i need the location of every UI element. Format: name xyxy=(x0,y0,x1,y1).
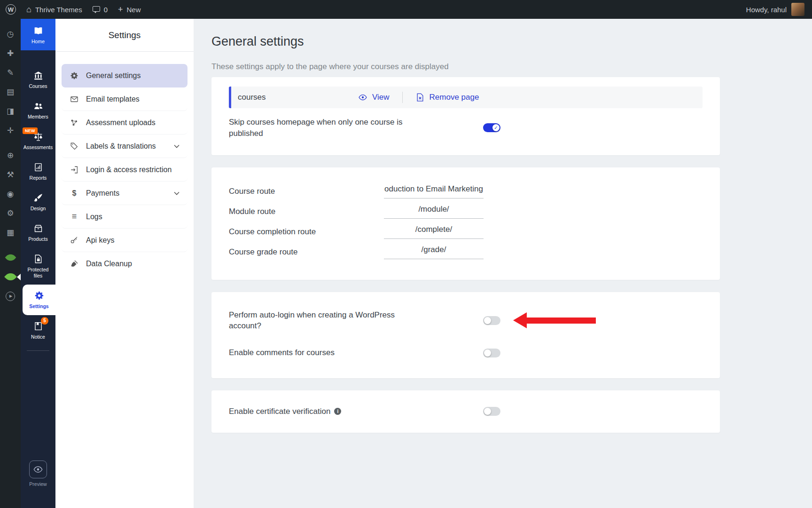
menu-item-payments[interactable]: $ Payments xyxy=(62,182,187,205)
module-route-label: Module route xyxy=(229,207,384,216)
sidebar-item-label: Home xyxy=(31,39,45,44)
page-title: General settings xyxy=(211,34,812,49)
menu-item-data-cleanup[interactable]: Data Cleanup xyxy=(62,252,187,276)
sidebar-item-label: Reports xyxy=(30,175,47,181)
settings-menu-panel: Settings General settings Email template… xyxy=(55,19,194,508)
pages-icon[interactable]: ▤ xyxy=(0,82,21,102)
page-subtitle: These settings apply to the page where y… xyxy=(211,62,812,71)
settings-wrench-icon[interactable]: ⚙ xyxy=(0,204,21,223)
members-icon xyxy=(33,101,43,111)
sidebar-item-label: Settings xyxy=(29,303,48,309)
routes-card: Course route Module route Course complet… xyxy=(211,167,720,280)
course-route-input[interactable] xyxy=(384,184,484,198)
settings-panel-title: Settings xyxy=(55,19,194,52)
products-box-icon xyxy=(33,223,43,233)
eye-icon xyxy=(358,93,367,102)
menu-item-email-templates[interactable]: Email templates xyxy=(62,87,187,111)
menu-item-labels-translations[interactable]: Labels & translations xyxy=(62,135,187,158)
course-grade-route-input[interactable] xyxy=(384,245,484,259)
certificate-toggle[interactable] xyxy=(483,407,500,416)
sidebar-item-courses[interactable]: Courses xyxy=(21,64,55,95)
chevron-down-icon xyxy=(174,191,180,195)
plugins-icon[interactable]: ⊕ xyxy=(0,146,21,165)
open-book-icon xyxy=(33,26,43,36)
menu-item-label: Api keys xyxy=(86,236,114,245)
sidebar-item-preview[interactable]: Preview xyxy=(21,454,55,493)
skip-homepage-toggle[interactable]: ✓ xyxy=(483,123,500,132)
dashboard-icon[interactable]: ◷ xyxy=(0,24,21,44)
auto-login-toggle[interactable] xyxy=(483,316,500,325)
wordpress-logo-icon: W xyxy=(6,4,16,15)
sidebar-item-reports[interactable]: Reports xyxy=(21,156,55,187)
chevron-down-icon xyxy=(174,144,180,148)
thrive-leaf-icon[interactable] xyxy=(0,248,21,267)
posts-icon[interactable]: ✎ xyxy=(0,63,21,82)
menu-item-logs[interactable]: ≡ Logs xyxy=(62,205,187,229)
comments-icon[interactable]: ◨ xyxy=(0,102,21,121)
sidebar-item-assessments[interactable]: NEW Assessments xyxy=(21,126,55,156)
notice-count-badge: 5 xyxy=(41,317,48,325)
sidebar-item-design[interactable]: Design xyxy=(21,187,55,217)
menu-item-assessment-uploads[interactable]: Assessment uploads xyxy=(62,111,187,135)
menu-item-label: General settings xyxy=(86,71,141,80)
users-icon[interactable]: ◉ xyxy=(0,184,21,204)
menu-item-login-access-restriction[interactable]: Login & access restriction xyxy=(62,158,187,182)
view-label: View xyxy=(372,93,390,102)
sidebar-item-protected-files[interactable]: Protected files xyxy=(21,248,55,284)
appearance-icon[interactable]: ✛ xyxy=(0,121,21,140)
plus-icon: + xyxy=(118,5,123,14)
module-route-input[interactable] xyxy=(384,205,484,219)
user-avatar xyxy=(791,3,804,16)
course-grade-route-label: Course grade route xyxy=(229,247,384,257)
sidebar-item-label: Protected files xyxy=(23,267,54,278)
courses-page-row: courses View Remove page xyxy=(229,87,703,108)
howdy-greeting: Howdy, rahul xyxy=(746,6,787,14)
menu-item-label: Labels & translations xyxy=(86,142,156,151)
sidebar-item-products[interactable]: Products xyxy=(21,217,55,248)
course-completion-route-row: Course completion route xyxy=(229,226,703,238)
remove-page-label: Remove page xyxy=(429,93,479,102)
comments-shortcut[interactable]: 0 xyxy=(93,6,108,14)
enable-comments-label: Enable comments for courses xyxy=(229,347,483,358)
courses-page-card: courses View Remove page Skip courses ho… xyxy=(211,77,720,155)
arrow-head xyxy=(513,312,527,328)
new-badge: NEW xyxy=(23,127,38,134)
wp-logo-menu[interactable]: W xyxy=(6,4,16,15)
certificate-label: Enable certificate verification xyxy=(229,407,330,416)
sidebar-item-notice[interactable]: 5 Notice xyxy=(21,315,55,346)
remove-page-button[interactable]: Remove page xyxy=(415,93,479,102)
sidebar-item-home[interactable]: Home xyxy=(21,19,55,50)
envelope-icon xyxy=(70,95,79,104)
accent-bar xyxy=(229,87,231,108)
view-page-button[interactable]: View xyxy=(358,93,390,102)
sidebar-item-label: Design xyxy=(31,206,46,211)
video-icon[interactable]: ▶ xyxy=(0,286,21,306)
menu-item-label: Login & access restriction xyxy=(86,166,172,174)
auto-login-label: Perform auto-login when creating a WordP… xyxy=(229,310,483,332)
wp-admin-menu-strip: ◷ ✚ ✎ ▤ ◨ ✛ ⊕ ⚒ ◉ ⚙ ▦ ▶ xyxy=(0,19,21,508)
account-menu[interactable]: Howdy, rahul xyxy=(746,3,804,16)
thrive-apprentice-icon[interactable] xyxy=(0,267,21,286)
enable-comments-toggle[interactable] xyxy=(483,349,500,357)
sidebar-item-label: Notice xyxy=(31,334,45,340)
media-icon[interactable]: ✚ xyxy=(0,44,21,63)
course-completion-route-input[interactable] xyxy=(384,225,484,239)
design-brush-icon xyxy=(33,193,43,203)
vertical-divider xyxy=(402,92,403,103)
sidebar-divider xyxy=(27,350,49,351)
comment-bubble-icon xyxy=(93,6,100,12)
certificate-card: Enable certificate verification i xyxy=(211,390,720,433)
sidebar-item-settings[interactable]: Settings xyxy=(23,285,55,315)
gear-icon xyxy=(70,71,79,80)
menu-item-api-keys[interactable]: Api keys xyxy=(62,229,187,252)
tools-icon[interactable]: ⚒ xyxy=(0,165,21,184)
options-icon[interactable]: ▦ xyxy=(0,223,21,242)
sidebar-item-label: Products xyxy=(28,236,47,242)
new-content-menu[interactable]: + New xyxy=(118,5,141,14)
home-icon: ⌂ xyxy=(26,5,31,14)
info-icon[interactable]: i xyxy=(334,408,341,415)
course-route-row: Course route xyxy=(229,185,703,198)
menu-item-general-settings[interactable]: General settings xyxy=(62,64,187,87)
site-name-link[interactable]: ⌂ Thrive Themes xyxy=(26,5,82,14)
sidebar-item-members[interactable]: Members xyxy=(21,95,55,126)
